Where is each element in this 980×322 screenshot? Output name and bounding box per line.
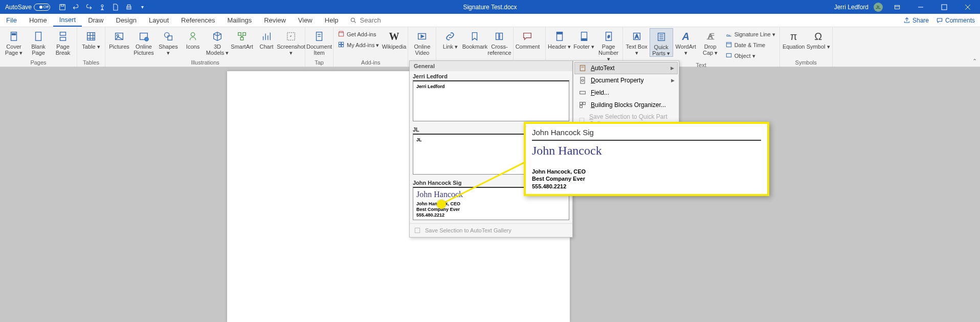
group-label-symbols: Symbols [782,58,830,67]
print-icon[interactable] [125,3,133,11]
signature-line1: John Hancock, CEO [532,168,761,175]
tab-mailings[interactable]: Mailings [221,14,258,27]
minimize-icon[interactable] [911,0,930,14]
header-icon [553,30,566,42]
icons-icon [187,30,199,42]
object-button[interactable]: Object ▾ [723,51,777,61]
collapse-ribbon-icon[interactable]: ⌃ [972,58,977,65]
svg-rect-29 [243,33,246,35]
svg-rect-12 [12,34,15,35]
menu-autotext[interactable]: AAutoTextutoText ▶ [574,62,678,74]
autotext-header: General [410,61,572,71]
page-number-button[interactable]: #Page Number ▾ [597,28,620,62]
icons-button[interactable]: Icons [181,28,205,50]
cover-page-button[interactable]: Cover Page ▾ [2,28,26,56]
cross-reference-icon [493,30,505,42]
comment-button[interactable]: Comment [516,28,539,50]
tab-design[interactable]: Design [110,14,143,27]
menu-field[interactable]: Field... [574,87,678,99]
svg-rect-44 [342,42,344,44]
link-button[interactable]: Link ▾ [438,28,462,50]
user-avatar[interactable]: JL [874,3,883,12]
redo-icon[interactable] [85,3,93,11]
autosave-toggle[interactable]: AutoSave Off [5,4,50,11]
tab-references[interactable]: References [175,14,221,27]
tab-file[interactable]: File [0,14,23,27]
date-time-button[interactable]: Date & Time [723,40,777,50]
maximize-icon[interactable] [935,0,953,14]
new-doc-icon[interactable] [112,3,120,11]
3d-models-button[interactable]: 3D Models ▾ [206,28,229,56]
wikipedia-button[interactable]: WWikipedia [382,28,406,50]
menu-building-blocks[interactable]: Building Blocks Organizer... [574,99,678,111]
group-label-tables: Tables [79,58,103,67]
shapes-button[interactable]: Shapes ▾ [157,28,180,56]
pictures-button[interactable]: Pictures [107,28,131,50]
comments-button[interactable]: Comments [936,17,975,24]
symbol-button[interactable]: ΩSymbol ▾ [807,28,830,50]
save-icon[interactable] [58,3,66,11]
drop-cap-icon: A [704,30,717,42]
svg-rect-78 [580,102,583,105]
footer-button[interactable]: Footer ▾ [572,28,596,50]
cover-page-icon [8,30,20,42]
online-pictures-icon [138,30,150,42]
bookmark-icon [469,30,481,42]
ribbon-display-icon[interactable] [888,0,906,14]
signature-line-button[interactable]: Signature Line ▾ [723,29,777,39]
online-video-button[interactable]: Online Video [410,28,434,56]
svg-rect-4 [895,5,899,9]
autotext-item[interactable]: Jerri Ledford [413,80,569,121]
document-title: Signature Test.docx [463,4,517,11]
online-pictures-button[interactable]: Online Pictures [132,28,155,56]
menu-document-property[interactable]: Document Property ▶ [574,74,678,87]
svg-rect-45 [339,45,341,47]
svg-rect-30 [240,37,243,40]
svg-rect-77 [580,91,586,94]
my-addins-button[interactable]: My Add-ins ▾ [336,40,381,50]
chevron-right-icon: ▶ [671,78,675,83]
tab-home[interactable]: Home [23,14,53,27]
svg-rect-6 [942,5,947,10]
undo-icon[interactable] [72,3,80,11]
close-icon[interactable] [959,0,977,14]
tab-review[interactable]: Review [258,14,292,27]
svg-point-2 [101,5,103,7]
quick-parts-button[interactable]: Quick Parts ▾ [650,28,673,57]
bookmark-button[interactable]: Bookmark [463,28,486,50]
tab-insert[interactable]: Insert [53,14,82,27]
qat-customize-icon[interactable]: ▾ [138,3,146,11]
blank-page-button[interactable]: Blank Page [27,28,50,56]
drop-cap-button[interactable]: ADrop Cap ▾ [699,28,722,56]
username[interactable]: Jerri Ledford [834,4,868,11]
tab-layout[interactable]: Layout [143,14,175,27]
svg-rect-71 [726,54,731,57]
search-box[interactable]: Search [350,14,381,27]
get-addins-button[interactable]: Get Add-ins [336,29,381,39]
page-break-button[interactable]: Page Break [51,28,75,56]
touch-icon[interactable] [98,3,106,11]
screenshot-button[interactable]: Screenshot ▾ [279,28,303,56]
table-button[interactable]: Table ▾ [79,28,103,50]
text-box-button[interactable]: AText Box ▾ [625,28,649,56]
document-item-button[interactable]: Document Item [307,28,331,56]
tab-draw[interactable]: Draw [82,14,109,27]
chart-button[interactable]: Chart [255,28,278,50]
header-button[interactable]: Header ▾ [548,28,571,50]
cross-reference-button[interactable]: Cross-reference [487,28,511,56]
svg-line-82 [442,160,530,204]
tab-help[interactable]: Help [319,14,345,27]
smartart-button[interactable]: SmartArt [230,28,254,50]
screenshot-icon [285,30,297,42]
group-label-tap: Tap [307,58,331,67]
group-label-pages: Pages [2,58,75,67]
equation-button[interactable]: πEquation [782,28,806,50]
tab-view[interactable]: View [292,14,319,27]
signature-line3: 555.480.2212 [532,183,761,190]
svg-marker-48 [421,35,425,38]
svg-rect-80 [580,105,583,108]
share-button[interactable]: Share [903,17,929,24]
wordart-button[interactable]: AWordArt ▾ [674,28,698,56]
svg-rect-1 [61,4,63,6]
callout-dot [437,200,446,209]
